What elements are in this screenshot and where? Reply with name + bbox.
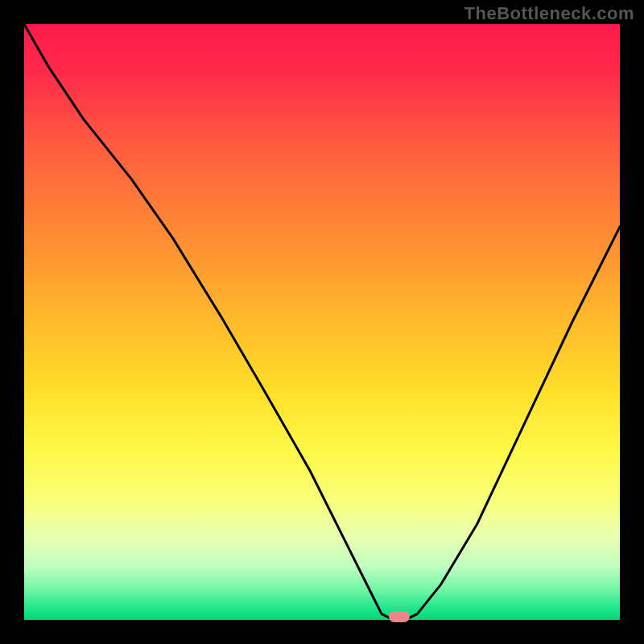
plot-area bbox=[24, 24, 620, 620]
optimal-point-marker bbox=[389, 611, 410, 622]
chart-frame: TheBottleneck.com bbox=[0, 0, 644, 644]
watermark-text: TheBottleneck.com bbox=[464, 3, 634, 24]
bottleneck-curve bbox=[24, 24, 620, 620]
